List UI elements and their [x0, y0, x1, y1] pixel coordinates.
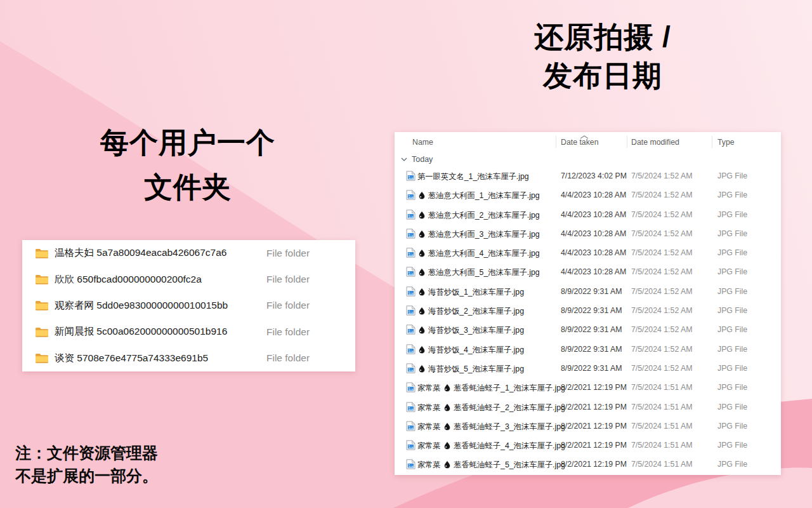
folders-panel: 温格夫妇 5a7a80094eacab426067c7a6 File folde… [22, 240, 355, 371]
droplet-icon [418, 191, 426, 199]
file-name: 家常菜 葱香蚝油蛏子_3_泡沫车厘子.jpg [417, 422, 565, 432]
file-row[interactable]: 家常菜 葱香蚝油蛏子_3_泡沫车厘子.jpg 8/2/2021 12:19 PM… [395, 417, 781, 436]
file-type: JPG File [717, 422, 747, 431]
file-date-modified: 7/5/2024 1:52 AM [631, 190, 692, 199]
file-row[interactable]: 葱油意大利面_3_泡沫车厘子.jpg 4/4/2023 10:28 AM 7/5… [395, 224, 781, 243]
file-row[interactable]: 葱油意大利面_1_泡沫车厘子.jpg 4/4/2023 10:28 AM 7/5… [395, 185, 781, 204]
footnote-line1: 注：文件资源管理器 [15, 442, 158, 465]
folder-name: 观察者网 5dd0e98300000000010015bb [55, 299, 228, 312]
footnote: 注：文件资源管理器 不是扩展的一部分。 [15, 442, 158, 487]
file-type: JPG File [717, 364, 747, 373]
folder-name: 新闻晨报 5c00a062000000000501b916 [55, 325, 227, 338]
image-file-icon [406, 363, 416, 373]
file-row[interactable]: 海苔炒饭_1_泡沫车厘子.jpg 8/9/2022 9:31 AM 7/5/20… [395, 282, 781, 301]
file-name: 葱油意大利面_3_泡沫车厘子.jpg [417, 229, 540, 240]
file-row[interactable]: 葱油意大利面_4_泡沫车厘子.jpg 4/4/2023 10:28 AM 7/5… [395, 243, 781, 262]
image-file-icon [406, 248, 416, 258]
folder-icon [35, 248, 49, 259]
folder-icon [35, 300, 49, 311]
folder-row[interactable]: 新闻晨报 5c00a062000000000501b916 File folde… [22, 319, 355, 345]
droplet-icon [418, 249, 426, 257]
file-row[interactable]: 家常菜 葱香蚝油蛏子_5_泡沫车厘子.jpg 8/2/2021 12:19 PM… [395, 455, 781, 474]
image-file-icon [406, 190, 416, 200]
group-header-today[interactable]: Today [395, 152, 781, 166]
sort-ascending-icon[interactable] [580, 132, 589, 136]
droplet-icon [443, 460, 451, 469]
file-date-taken: 8/9/2022 9:31 AM [561, 325, 622, 334]
droplet-icon [443, 441, 451, 450]
folder-name: 温格夫妇 5a7a80094eacab426067c7a6 [55, 246, 226, 260]
image-file-icon [406, 171, 416, 181]
folder-type-label: File folder [266, 274, 310, 285]
group-label: Today [412, 155, 433, 164]
file-row[interactable]: 海苔炒饭_5_泡沫车厘子.jpg 8/9/2022 9:31 AM 7/5/20… [395, 359, 781, 378]
file-date-modified: 7/5/2024 1:51 AM [631, 383, 692, 392]
droplet-icon [443, 403, 451, 411]
file-row[interactable]: 家常菜 葱香蚝油蛏子_1_泡沫车厘子.jpg 8/2/2021 12:19 PM… [395, 378, 781, 397]
file-date-taken: 8/9/2022 9:31 AM [561, 287, 622, 296]
file-type: JPG File [717, 267, 747, 276]
image-file-icon [406, 286, 416, 297]
column-header-date-taken[interactable]: Date taken [561, 138, 598, 147]
file-date-taken: 4/4/2023 10:28 AM [561, 190, 626, 199]
column-divider [556, 136, 556, 148]
column-header-type[interactable]: Type [717, 138, 735, 147]
file-date-modified: 7/5/2024 1:51 AM [631, 441, 692, 450]
file-date-taken: 4/4/2023 10:28 AM [561, 248, 626, 257]
file-row[interactable]: 葱油意大利面_5_泡沫车厘子.jpg 4/4/2023 10:28 AM 7/5… [395, 262, 781, 281]
file-date-taken: 8/2/2021 12:19 PM [561, 422, 627, 431]
file-date-taken: 8/2/2021 12:19 PM [561, 441, 627, 450]
file-type: JPG File [717, 325, 747, 334]
file-row[interactable]: 第一眼英文名_1_泡沫车厘子.jpg 7/12/2023 4:02 PM 7/5… [395, 166, 781, 185]
image-file-icon [406, 421, 416, 431]
column-header-name[interactable]: Name [412, 138, 433, 147]
droplet-icon [418, 211, 426, 219]
file-date-modified: 7/5/2024 1:52 AM [631, 210, 692, 219]
droplet-icon [418, 230, 426, 238]
image-file-icon [406, 344, 416, 354]
folder-type-label: File folder [266, 326, 310, 338]
file-row[interactable]: 海苔炒饭_3_泡沫车厘子.jpg 8/9/2022 9:31 AM 7/5/20… [395, 320, 781, 339]
file-type: JPG File [717, 190, 747, 199]
file-date-taken: 7/12/2023 4:02 PM [561, 171, 627, 180]
chevron-down-icon[interactable] [400, 156, 408, 162]
file-row[interactable]: 海苔炒饭_4_泡沫车厘子.jpg 8/9/2022 9:31 AM 7/5/20… [395, 340, 781, 359]
folder-row[interactable]: 谈资 5708e76e4775a74333e691b5 File folder [22, 345, 355, 371]
file-date-modified: 7/5/2024 1:51 AM [631, 460, 692, 469]
file-list: 第一眼英文名_1_泡沫车厘子.jpg 7/12/2023 4:02 PM 7/5… [395, 166, 781, 474]
file-row[interactable]: 家常菜 葱香蚝油蛏子_4_泡沫车厘子.jpg 8/2/2021 12:19 PM… [395, 436, 781, 455]
file-type: JPG File [717, 460, 747, 469]
file-date-taken: 4/4/2023 10:28 AM [561, 210, 626, 219]
droplet-icon [418, 326, 426, 334]
folder-row[interactable]: 欣欣 650fbcad000000000200fc2a File folder [22, 266, 355, 292]
slide-title-line2: 发布日期 [450, 57, 755, 95]
file-row[interactable]: 葱油意大利面_2_泡沫车厘子.jpg 4/4/2023 10:28 AM 7/5… [395, 205, 781, 224]
column-header-date-modified[interactable]: Date modified [631, 138, 679, 147]
file-date-taken: 4/4/2023 10:28 AM [561, 267, 626, 276]
file-name: 葱油意大利面_5_泡沫车厘子.jpg [417, 267, 540, 278]
folder-icon [35, 352, 49, 364]
file-name: 家常菜 葱香蚝油蛏子_5_泡沫车厘子.jpg [417, 460, 565, 471]
file-date-modified: 7/5/2024 1:52 AM [631, 364, 692, 373]
droplet-icon [418, 345, 426, 354]
file-name: 海苔炒饭_1_泡沫车厘子.jpg [417, 287, 524, 298]
file-name: 海苔炒饭_5_泡沫车厘子.jpg [417, 364, 524, 375]
file-name: 海苔炒饭_3_泡沫车厘子.jpg [417, 325, 524, 336]
folder-row[interactable]: 观察者网 5dd0e98300000000010015bb File folde… [22, 293, 355, 319]
folder-type-label: File folder [266, 300, 310, 311]
footnote-line2: 不是扩展的一部分。 [15, 465, 158, 488]
folder-row[interactable]: 温格夫妇 5a7a80094eacab426067c7a6 File folde… [22, 240, 355, 266]
file-name: 家常菜 葱香蚝油蛏子_4_泡沫车厘子.jpg [417, 441, 565, 451]
droplet-icon [418, 364, 426, 373]
folder-icon [35, 274, 49, 285]
file-row[interactable]: 海苔炒饭_2_泡沫车厘子.jpg 8/9/2022 9:31 AM 7/5/20… [395, 301, 781, 320]
droplet-icon [418, 307, 426, 315]
file-row[interactable]: 家常菜 葱香蚝油蛏子_2_泡沫车厘子.jpg 8/2/2021 12:19 PM… [395, 398, 781, 417]
folder-type-label: File folder [266, 248, 310, 259]
file-date-modified: 7/5/2024 1:52 AM [631, 325, 692, 334]
column-divider [627, 136, 627, 148]
file-name: 第一眼英文名_1_泡沫车厘子.jpg [417, 171, 529, 182]
files-panel: Name Date taken Date modified Type Today… [395, 132, 781, 475]
folder-icon [35, 326, 49, 338]
file-type: JPG File [717, 345, 747, 354]
